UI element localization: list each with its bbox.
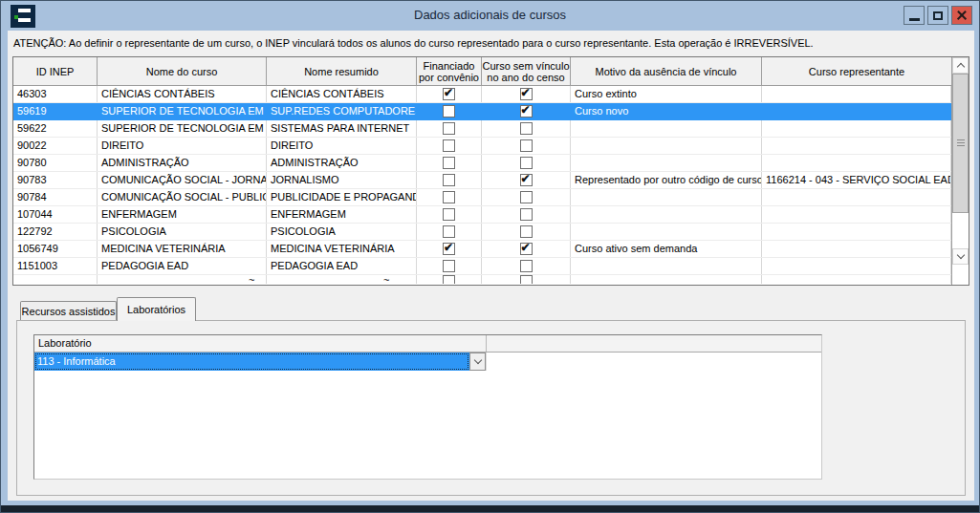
checkbox[interactable] [443,243,455,255]
cell-id-inep: 1151003 [13,258,98,274]
checkbox[interactable] [443,88,455,100]
window-bottom-edge [1,505,979,512]
cell-nome-curso: PSICOLOGIA [98,224,267,240]
checkbox[interactable] [520,174,533,186]
cell-id-inep: 122792 [13,224,98,240]
laboratorio-combobox[interactable]: 113 - Informática [34,353,487,371]
cell-nome-resumido: JORNALISMO [267,172,417,188]
close-button[interactable] [951,6,972,25]
table-row[interactable]: 1056749 MEDICINA VETERINÁRIA MEDICINA VE… [13,241,951,258]
title-bar[interactable]: Dados adicionais de cursos [1,1,979,31]
cell-motivo [571,206,762,223]
table-row[interactable]: 59619 SUPERIOR DE TECNOLOGIA EM REDES DE… [13,103,951,120]
cell-id-inep: 107044 [13,206,98,223]
cell-nome-curso: ADMINISTRAÇÃO [98,155,267,171]
cell-nome-curso: CIÊNCIAS CONTÁBEIS [98,86,267,102]
table-row[interactable]: 122792 PSICOLOGIA PSICOLOGIA [13,224,951,241]
cell-id-inep [13,275,98,284]
checkbox[interactable] [443,174,455,186]
maximize-icon [933,11,943,20]
column-header-motivo[interactable]: Motivo da ausência de vínculo [571,57,762,85]
column-header-laboratorio[interactable]: Laboratório [34,335,487,352]
cell-motivo: Curso novo [571,103,762,119]
cell-sem-vinculo [482,86,571,102]
column-header-sem-vinculo[interactable]: Curso sem vínculo no ano do censo [482,57,571,85]
checkbox[interactable] [520,260,533,272]
close-icon [956,10,968,21]
checkbox[interactable] [520,275,533,284]
cell-sem-vinculo [482,120,571,137]
table-row[interactable]: ~ ~ [13,275,951,284]
cell-nome-resumido: MEDICINA VETERINÁRIA [267,241,417,257]
checkbox[interactable] [520,225,533,238]
table-row[interactable]: 90780 ADMINISTRAÇÃO ADMINISTRAÇÃO [13,155,951,172]
scroll-down-button[interactable] [952,248,969,265]
client-area: ATENÇÃO: Ao definir o representante de u… [8,31,974,501]
cell-motivo: Representado por outro código de curso [571,172,762,188]
cell-representante: 1166214 - 043 - SERVIÇO SOCIAL EAD [762,172,951,188]
laboratorio-selected-value[interactable]: 113 - Informática [34,353,469,371]
checkbox[interactable] [520,105,533,118]
cell-nome-resumido: PEDAGOGIA EAD [267,258,417,274]
table-body: 46303 CIÊNCIAS CONTÁBEIS CIÊNCIAS CONTÁB… [13,86,951,285]
checkbox[interactable] [443,260,455,272]
checkbox[interactable] [520,139,533,152]
checkbox[interactable] [443,122,455,135]
table-row[interactable]: 1151003 PEDAGOGIA EAD PEDAGOGIA EAD [13,258,951,275]
checkbox[interactable] [443,105,455,118]
cell-representante [762,86,951,102]
checkbox[interactable] [443,275,455,284]
table-row[interactable]: 107044 ENFERMAGEM ENFERMAGEM [13,206,951,224]
table-row[interactable]: 90784 COMUNICAÇÃO SOCIAL - PUBLICIDADE E… [13,189,951,206]
tab-recursos-assistidos[interactable]: Recursos assistidos [20,301,117,320]
checkbox[interactable] [520,157,533,169]
dialog-window: Dados adicionais de cursos ATENÇÃO: Ao d… [0,0,980,513]
cell-nome-resumido: PSICOLOGIA [267,224,417,240]
cell-nome-curso: COMUNICAÇÃO SOCIAL - JORNALISMO [98,172,267,188]
column-header-id-inep[interactable]: ID INEP [13,57,98,85]
cell-sem-vinculo [482,275,571,284]
checkbox[interactable] [443,157,455,169]
column-header-representante[interactable]: Curso representante [762,57,951,85]
column-header-financiado[interactable]: Financiado por convênio [417,57,482,85]
checkbox[interactable] [443,191,455,203]
cell-id-inep: 90783 [13,172,98,188]
checkbox[interactable] [443,139,455,152]
table-row[interactable]: 46303 CIÊNCIAS CONTÁBEIS CIÊNCIAS CONTÁB… [13,86,951,103]
cell-id-inep: 90780 [13,155,98,171]
cell-sem-vinculo [482,189,571,205]
checkbox[interactable] [443,225,455,238]
cell-nome-resumido: CIÊNCIAS CONTÁBEIS [267,86,417,102]
table-row[interactable]: 90783 COMUNICAÇÃO SOCIAL - JORNALISMO JO… [13,172,951,189]
vertical-scrollbar[interactable] [951,57,969,285]
laboratorio-list: Laboratório 113 - Informática [33,334,822,480]
cell-financiado [417,258,482,274]
tab-laboratorios[interactable]: Laboratórios [117,297,196,321]
minimize-button[interactable] [904,6,925,25]
cell-motivo [571,189,762,205]
column-header-nome-resumido[interactable]: Nome resumido [267,57,417,85]
laboratorios-panel: Laboratório 113 - Informática [16,320,966,496]
maximize-button[interactable] [927,6,948,25]
checkbox[interactable] [520,88,533,100]
table-row[interactable]: 90022 DIREITO DIREITO [13,138,951,155]
cell-representante [762,155,951,171]
courses-table: ID INEP Nome do curso Nome resumido Fina… [12,56,969,286]
combobox-dropdown-button[interactable] [469,353,486,371]
scroll-up-button[interactable] [952,57,969,74]
laboratorio-row[interactable]: 113 - Informática [34,353,821,371]
cell-nome-resumido: SUP.REDES COMPUTADORES [267,103,417,119]
table-row[interactable]: 59622 SUPERIOR DE TECNOLOGIA EM SISTEMAS… [13,120,951,138]
scrollbar-thumb[interactable] [952,74,969,213]
cell-motivo [571,224,762,240]
cell-financiado [417,206,482,223]
cell-nome-curso: SUPERIOR DE TECNOLOGIA EM REDES DE COMPU… [98,103,267,119]
cell-nome-curso: PEDAGOGIA EAD [98,258,267,274]
checkbox[interactable] [443,208,455,221]
checkbox[interactable] [520,191,533,203]
checkbox[interactable] [520,208,533,221]
checkbox[interactable] [520,122,533,135]
cell-sem-vinculo [482,138,571,154]
column-header-nome-curso[interactable]: Nome do curso [98,57,267,85]
checkbox[interactable] [520,243,533,255]
